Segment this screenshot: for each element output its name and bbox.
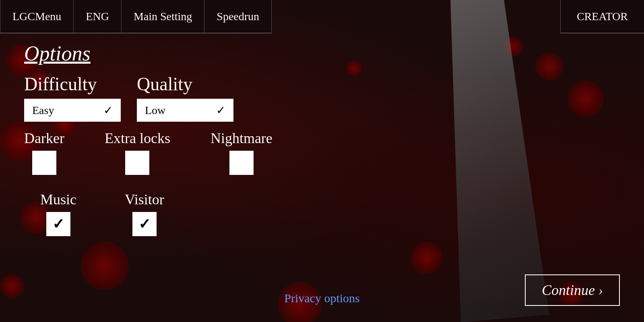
darker-label: Darker (24, 130, 64, 147)
topbar: LGCMenu ENG Main Setting Speedrun CREATO… (0, 0, 644, 33)
nightmare-checkbox[interactable]: ✓ (229, 151, 254, 175)
extra-locks-checkbox[interactable]: ✓ (125, 151, 149, 175)
nav-creator[interactable]: CREATOR (560, 0, 644, 33)
music-check-icon: ✓ (52, 216, 64, 233)
nav-eng[interactable]: ENG (74, 0, 122, 33)
quality-dropdown[interactable]: Low ✓ (137, 99, 233, 122)
visitor-checkbox[interactable]: ✓ (132, 212, 157, 236)
difficulty-label: Difficulty (24, 73, 97, 95)
extra-locks-checkbox-item: Extra locks ✓ (105, 130, 170, 175)
visitor-check-icon: ✓ (138, 216, 151, 233)
checkbox-row-1: Darker ✓ Extra locks ✓ Nightmare ✓ (24, 130, 272, 175)
main-content: Options Difficulty Easy ✓ Quality Low ✓ … (0, 33, 297, 244)
continue-arrow-icon: › (598, 282, 603, 299)
visitor-label: Visitor (125, 191, 164, 208)
nav-main-setting[interactable]: Main Setting (122, 0, 204, 33)
options-row: Difficulty Easy ✓ Quality Low ✓ (24, 73, 272, 122)
difficulty-dropdown[interactable]: Easy ✓ (24, 99, 121, 122)
quality-group: Quality Low ✓ (137, 73, 233, 122)
quality-value: Low (145, 104, 165, 117)
music-checkbox-item: Music ✓ (40, 191, 76, 236)
continue-button[interactable]: Continue › (525, 274, 620, 306)
nightmare-checkbox-item: Nightmare ✓ (211, 130, 272, 175)
visitor-checkbox-item: Visitor ✓ (125, 191, 164, 236)
nightmare-label: Nightmare (211, 130, 272, 147)
quality-chevron-icon: ✓ (216, 104, 225, 117)
continue-label: Continue (542, 282, 595, 299)
darker-checkbox[interactable]: ✓ (32, 151, 56, 175)
difficulty-chevron-icon: ✓ (103, 104, 113, 117)
music-visitor-row: Music ✓ Visitor ✓ (40, 191, 272, 236)
extra-locks-label: Extra locks (105, 130, 170, 147)
difficulty-group: Difficulty Easy ✓ (24, 73, 121, 122)
quality-label: Quality (137, 73, 192, 95)
nav-speedrun[interactable]: Speedrun (204, 0, 272, 33)
darker-checkbox-item: Darker ✓ (24, 130, 64, 175)
privacy-options-link[interactable]: Privacy options (284, 291, 360, 305)
nav-lgcmenu[interactable]: LGCMenu (0, 0, 74, 33)
music-checkbox[interactable]: ✓ (46, 212, 70, 236)
page-title: Options (24, 42, 272, 65)
difficulty-value: Easy (32, 104, 54, 117)
music-label: Music (40, 191, 76, 208)
